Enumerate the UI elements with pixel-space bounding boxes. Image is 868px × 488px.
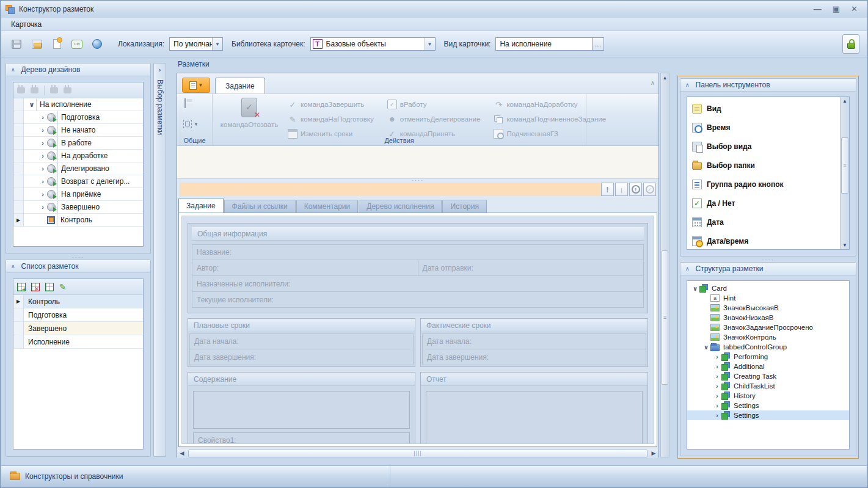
structure-tree-row[interactable]: ЗначокЗаданиеПросрочено [687,322,849,332]
structure-tree-row[interactable]: ЗначокНизкаяВ [687,313,849,322]
content-textarea[interactable] [193,391,410,429]
save-button[interactable] [9,36,24,52]
document-tab[interactable]: Дерево исполнения [359,200,442,213]
toolbox-scrollbar[interactable]: ▲ ≡ ▼ [840,97,849,249]
scroll-up-icon[interactable]: ▲ [661,73,669,82]
layout-list-row[interactable]: Исполнение [13,335,143,349]
close-button[interactable]: ✕ [851,5,858,13]
field-actual-start[interactable]: Дата начала: [422,333,646,349]
localization-combo[interactable]: По умолчанию ▼ [169,37,223,51]
structure-tree-row[interactable]: › Performing [687,352,849,362]
card-view-field[interactable]: На исполнение ... [495,37,604,51]
toolbox-item[interactable]: Группа радио кнопок [687,175,840,194]
delete-layout-icon[interactable] [31,283,40,291]
horizontal-scrollbar[interactable]: ◀ |||| ▶ [177,448,658,458]
design-tree-row[interactable]: › Завершено [13,201,143,214]
field-planned-start[interactable]: Дата начала: [189,333,414,349]
new-layout-button[interactable] [49,36,65,52]
design-tree-row[interactable]: › Не начато [13,124,143,137]
expander-icon[interactable]: ∨ [691,285,699,292]
card-library-combo[interactable]: Т Базовые объекты ▼ [310,37,436,51]
design-tree-row[interactable]: › В работе [13,137,143,150]
expander-icon[interactable]: › [38,191,47,198]
field-name[interactable]: Название: [192,244,644,260]
edit-layout-icon[interactable]: ✎ [59,282,67,292]
scroll-left-icon[interactable]: ◀ [177,450,187,456]
hint-bar[interactable] [180,183,604,196]
design-tree-row[interactable]: › Делегировано [13,162,143,175]
field-actual-end[interactable]: Дата завершения: [422,349,646,365]
design-tree-row[interactable]: › На доработке [13,150,143,162]
horizontal-splitter[interactable]: ···· [680,257,856,262]
ribbon-action-button[interactable]: вРаботу [385,97,483,112]
layout-list-row[interactable]: ▶ Контроль [13,295,143,308]
design-tree-row[interactable]: › Подготовка [13,111,143,124]
hint-button[interactable] [601,183,614,196]
browse-button[interactable]: ... [592,38,604,50]
toolbox-item[interactable]: Выбор вида [687,137,840,156]
expander-icon[interactable]: › [38,139,47,147]
design-tree-row[interactable]: › На приёмке [13,188,143,201]
ribbon-select-button[interactable]: ▼ [183,120,199,128]
field-property1[interactable]: Свойство1: [193,432,410,444]
vertical-scrollbar[interactable]: ▲ ≡ [660,73,669,457]
expander-icon[interactable]: ∨ [27,101,36,109]
structure-tree-row[interactable]: › Settings [687,401,849,410]
scrollbar-thumb[interactable]: ≡ [841,137,848,194]
expander-icon[interactable]: › [38,126,47,134]
scroll-right-icon[interactable]: ▶ [649,450,658,456]
collapse-icon[interactable]: ∧ [685,82,690,88]
layout-chooser-strip[interactable]: › Выбор разметки [153,63,166,457]
layout-list-row[interactable]: Завершено [13,322,143,335]
scrollbar-thumb[interactable]: ≡ [662,250,668,385]
expander-icon[interactable]: › [38,203,47,211]
expander-icon[interactable]: › [38,114,47,121]
ribbon-tab-task[interactable]: Задание [215,78,265,93]
horizontal-splitter[interactable]: ···· [5,254,151,260]
scroll-up-icon[interactable]: ▲ [841,98,849,104]
collapse-icon[interactable]: ∧ [11,67,15,73]
designer-splitter[interactable]: ···· [177,178,658,182]
export-design-icon[interactable] [64,87,71,93]
structure-tree-row[interactable]: ЗначокВысокаяВ [687,303,849,313]
lock-button[interactable] [842,34,859,54]
design-tree-row[interactable]: ∨ На исполнение [13,98,143,111]
toolbox-item[interactable]: Дата/время [687,231,840,250]
ribbon-action-button[interactable]: командаПодчиненноеЗадание [492,112,608,126]
expander-icon[interactable]: › [713,354,721,360]
hint-button[interactable] [643,183,656,196]
structure-tree-row[interactable]: ЗначокКонтроль [687,332,849,342]
document-tab[interactable]: Комментарии [296,200,359,213]
field-author[interactable]: Автор: [192,260,418,275]
hint-button[interactable] [615,183,628,196]
ribbon-application-button[interactable]: ▼ [182,78,210,93]
expander-icon[interactable]: › [713,383,721,390]
ribbon-big-button-revoke[interactable]: ✕ командаОтозвать [215,97,283,134]
structure-tree-row[interactable]: › Settings [687,410,849,420]
scrollbar-thumb[interactable]: |||| [188,450,647,457]
document-tab[interactable]: История [442,200,487,213]
collapse-icon[interactable]: ∧ [11,263,15,269]
hotkeys-button[interactable]: Ctrl [69,36,85,52]
expander-icon[interactable]: › [713,363,721,370]
expander-icon[interactable]: › [38,152,47,159]
ribbon-save-button[interactable] [184,99,186,107]
detach-design-icon[interactable] [31,87,38,93]
scroll-down-icon[interactable]: ▼ [841,242,849,248]
expander-icon[interactable]: › [713,412,721,419]
field-current[interactable]: Текущие исполнители: [192,292,644,308]
import-design-icon[interactable] [50,87,58,93]
localization-globe-button[interactable] [89,36,105,52]
menu-card[interactable]: Карточка [7,19,45,30]
ribbon-collapse-icon[interactable]: ∧ [651,79,655,86]
structure-tree-row[interactable]: › Additional [687,362,849,371]
open-button[interactable] [29,36,45,52]
collapse-icon[interactable]: ∧ [685,266,690,272]
ribbon-action-button[interactable]: отменитьДелегирование [385,112,483,126]
structure-tree-row[interactable]: Hint [687,293,849,303]
field-assigned[interactable]: Назначенные исполнители: [192,276,644,292]
field-planned-end[interactable]: Дата завершения: [189,349,414,365]
ribbon-action-button[interactable]: командаНаПодготовку [286,112,376,126]
toolbox-item[interactable]: Вид [687,99,840,118]
toolbox-item[interactable]: Дата [687,213,840,231]
